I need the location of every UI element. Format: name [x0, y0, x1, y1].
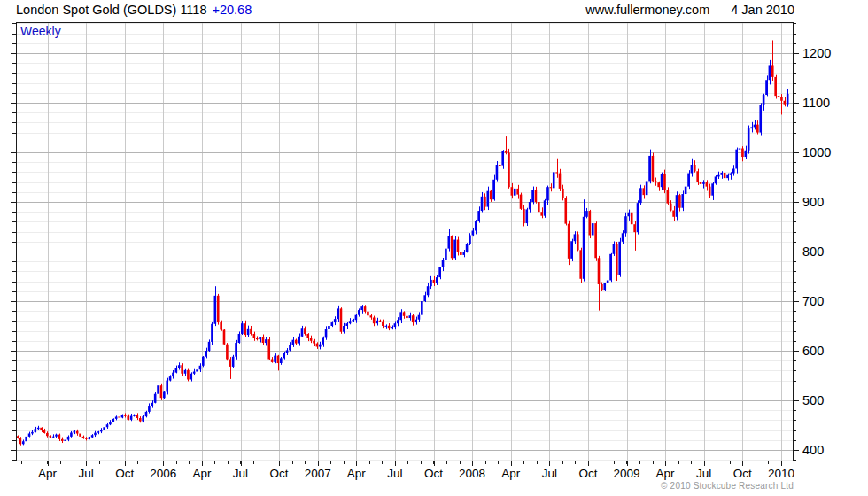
candle-body-up [639, 188, 642, 203]
svg-text:2008: 2008 [459, 467, 485, 480]
candle-body-up [67, 437, 70, 440]
svg-text:Jul: Jul [387, 467, 402, 480]
candle-body-down [655, 181, 657, 182]
candle-body-down [340, 308, 343, 331]
candle-body-down [379, 321, 382, 322]
candle-body-down [367, 312, 369, 315]
candle-body-down [568, 224, 570, 259]
candle-body-up [274, 356, 276, 362]
candle-body-up [349, 321, 352, 323]
candle-body-down [616, 244, 618, 275]
svg-text:2009: 2009 [613, 467, 639, 480]
candle-body-up [91, 435, 94, 437]
candle-body-down [694, 165, 696, 171]
svg-text:Oct: Oct [424, 467, 443, 480]
candle-body-down [304, 328, 306, 334]
svg-text:Apr: Apr [501, 467, 521, 480]
candle-body-up [529, 202, 531, 209]
candle-body-down [124, 415, 127, 416]
candle-body-down [577, 234, 579, 250]
candle-body-up [265, 339, 267, 343]
candle-body-down [271, 360, 274, 362]
candle-body-up [445, 249, 447, 260]
candle-body-up [214, 296, 217, 324]
candle-body-up [646, 181, 648, 195]
candle-body-down [555, 172, 558, 173]
svg-text:2010: 2010 [768, 467, 794, 480]
candle-body-down [633, 224, 636, 232]
svg-text:400: 400 [802, 443, 824, 457]
candle-body-down [388, 326, 391, 328]
candle-body-up [735, 150, 738, 169]
x-axis: AprJulOct2006AprJulOct2007AprJulOct2008A… [22, 461, 794, 480]
candle-body-down [85, 438, 88, 439]
candle-body-down [229, 360, 231, 367]
candle-body-down [19, 438, 22, 445]
candle-body-down [250, 329, 252, 334]
candle-body-up [115, 416, 118, 418]
candle-body-up [732, 168, 735, 173]
candle-body-up [169, 376, 172, 380]
svg-text:1100: 1100 [802, 96, 830, 110]
candle-body-up [106, 424, 109, 427]
candle-body-down [508, 153, 510, 188]
candle-body-down [49, 436, 51, 437]
candle-body-up [337, 308, 339, 319]
svg-text:Jul: Jul [78, 467, 93, 480]
candle-body-down [505, 151, 508, 153]
candle-body-up [618, 242, 621, 275]
candle-body-down [58, 435, 61, 439]
candle-body-down [220, 322, 222, 329]
candle-body-up [175, 368, 178, 373]
svg-text:Jul: Jul [696, 467, 711, 480]
candle-body-up [691, 165, 694, 174]
candle-body-up [765, 80, 768, 95]
candle-body-up [754, 125, 756, 128]
candle-body-up [436, 277, 438, 283]
candle-body-up [472, 230, 475, 235]
candle-body-down [139, 418, 142, 421]
candle-body-down [310, 338, 313, 341]
candle-body-up [462, 252, 465, 255]
candle-body-down [706, 182, 709, 187]
svg-text:800: 800 [802, 244, 824, 259]
candle-body-down [226, 345, 229, 360]
candle-body-up [286, 350, 289, 353]
candle-body-down [79, 434, 81, 437]
candle-body-up [384, 326, 387, 327]
candle-body-down [160, 385, 163, 398]
candle-body-up [52, 437, 55, 438]
candle-body-up [109, 422, 112, 424]
candle-body-up [35, 429, 37, 432]
candle-body-up [358, 310, 360, 315]
svg-text:2007: 2007 [305, 467, 331, 480]
candle-body-down [373, 317, 376, 323]
candle-body-down [499, 165, 501, 166]
candle-body-up [624, 216, 627, 233]
candle-body-down [771, 65, 774, 76]
svg-text:Jul: Jul [233, 467, 248, 480]
svg-text:900: 900 [802, 195, 824, 209]
candle-body-down [61, 439, 64, 441]
copyright-notice: © 2010 Stockcube Research Ltd [661, 481, 794, 491]
candle-body-down [678, 195, 681, 208]
candle-body-down [523, 209, 525, 223]
candle-body-up [301, 328, 304, 337]
candle-body-up [544, 200, 546, 215]
candle-body-up [376, 321, 378, 323]
candle-body-down [700, 182, 702, 184]
candle-body-down [277, 356, 280, 363]
svg-text:500: 500 [802, 393, 824, 407]
candle-body-up [687, 174, 690, 187]
candle-body-up [622, 233, 624, 242]
candle-body-down [382, 322, 384, 326]
svg-text:Oct: Oct [115, 467, 134, 480]
candle-body-up [628, 213, 631, 216]
candle-body-up [702, 182, 705, 184]
candle-body-up [331, 322, 334, 326]
candle-body-up [637, 203, 639, 232]
candle-body-down [262, 337, 265, 343]
candle-body-down [535, 190, 538, 202]
candle-body-up [553, 172, 555, 188]
price-chart-svg: AprJulOct2006AprJulOct2007AprJulOct2008A… [0, 0, 868, 496]
